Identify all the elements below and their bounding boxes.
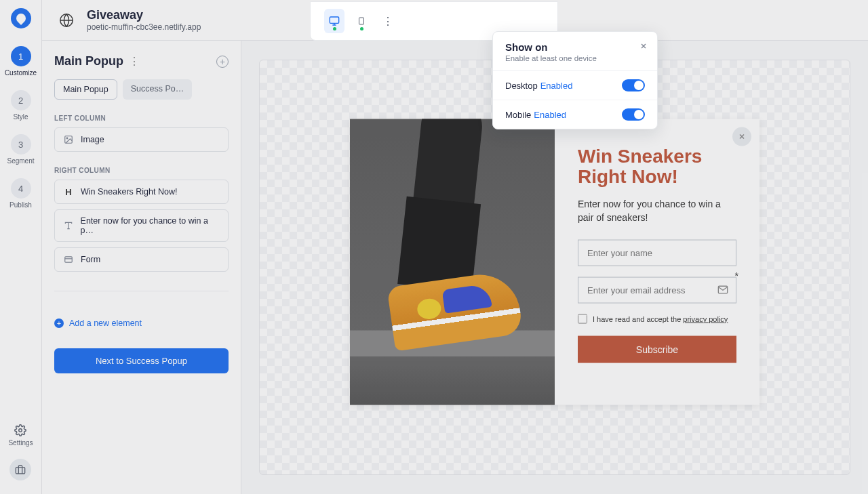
step-publish[interactable]: 4 Publish bbox=[9, 178, 32, 209]
mobile-icon bbox=[357, 15, 366, 27]
step-label: Segment bbox=[7, 157, 34, 165]
heading-icon: H bbox=[63, 186, 74, 197]
plus-icon: + bbox=[54, 318, 64, 328]
campaign-domain: poetic-muffin-cbc3ee.netlify.app bbox=[87, 22, 201, 32]
accept-text: I have read and accept the privacy polic… bbox=[593, 314, 728, 323]
settings-button[interactable]: Settings bbox=[8, 424, 33, 447]
next-button[interactable]: Next to Success Popup bbox=[54, 348, 229, 373]
desktop-icon bbox=[328, 16, 340, 26]
campaign-title: Giveaway bbox=[87, 8, 201, 22]
step-customize[interactable]: 1 Customize bbox=[5, 46, 37, 77]
add-variant-button[interactable]: + bbox=[216, 56, 229, 68]
right-column-label: RIGHT COLUMN bbox=[54, 167, 229, 174]
block-text[interactable]: Enter now for you chance to win a p… bbox=[54, 209, 229, 242]
close-icon bbox=[738, 132, 746, 140]
privacy-link[interactable]: privacy policy bbox=[683, 314, 728, 323]
desktop-device-button[interactable] bbox=[324, 9, 344, 33]
popover-subtitle: Enable at least one device bbox=[505, 54, 645, 62]
block-label: Enter now for you chance to win a p… bbox=[81, 216, 220, 235]
device-menu-button[interactable]: ⋮ bbox=[382, 15, 393, 28]
svg-point-4 bbox=[66, 138, 68, 139]
briefcase-icon bbox=[15, 464, 26, 475]
panel-title: Main Popup bbox=[54, 54, 123, 68]
popup-content-column: Win Sneakers Right Now! Enter now for yo… bbox=[555, 119, 760, 405]
panel-menu-icon[interactable]: ⋮ bbox=[129, 55, 138, 68]
email-input[interactable] bbox=[578, 276, 736, 303]
block-label: Form bbox=[81, 255, 100, 264]
svg-rect-7 bbox=[330, 17, 338, 23]
popover-title: Show on bbox=[505, 41, 645, 53]
step-style[interactable]: 2 Style bbox=[11, 90, 31, 121]
briefcase-button[interactable] bbox=[9, 459, 31, 480]
block-label: Win Sneakers Right Now! bbox=[81, 187, 177, 197]
popup-subtext: Enter now for you chance to win a pair o… bbox=[578, 197, 736, 225]
tab-success-popup[interactable]: Success Po… bbox=[123, 79, 193, 100]
step-number: 3 bbox=[11, 134, 31, 155]
add-element-button[interactable]: + Add a new element bbox=[54, 318, 229, 328]
enabled-dot-icon bbox=[360, 27, 363, 30]
svg-point-0 bbox=[19, 429, 22, 432]
step-label: Publish bbox=[9, 201, 32, 209]
popup-heading: Win Sneakers Right Now! bbox=[578, 146, 736, 188]
step-number: 4 bbox=[11, 178, 31, 199]
svg-rect-5 bbox=[65, 257, 73, 262]
enabled-dot-icon bbox=[333, 27, 336, 30]
block-label: Image bbox=[81, 135, 104, 144]
step-label: Style bbox=[13, 113, 28, 121]
tab-main-popup[interactable]: Main Popup bbox=[54, 79, 117, 100]
editor-panel: Main Popup ⋮ + Main Popup Success Po… LE… bbox=[42, 41, 241, 494]
step-segment[interactable]: 3 Segment bbox=[7, 134, 34, 165]
step-number: 2 bbox=[11, 90, 31, 110]
show-on-popover: Show on Enable at least one device Deskt… bbox=[492, 31, 658, 129]
row-state: Enabled bbox=[534, 110, 566, 120]
row-label: Mobile bbox=[505, 110, 531, 120]
mail-icon bbox=[717, 284, 728, 297]
left-rail: 1 Customize 2 Style 3 Segment 4 Publish … bbox=[0, 0, 42, 494]
row-label: Desktop bbox=[505, 81, 538, 91]
close-icon bbox=[639, 42, 648, 50]
image-icon bbox=[63, 134, 74, 145]
block-image[interactable]: Image bbox=[54, 127, 229, 152]
row-state: Enabled bbox=[540, 81, 573, 91]
name-input[interactable] bbox=[578, 239, 736, 266]
subscribe-button[interactable]: Subscribe bbox=[578, 335, 736, 363]
mobile-device-button[interactable] bbox=[351, 9, 372, 33]
desktop-switch[interactable] bbox=[622, 79, 645, 91]
mobile-switch[interactable] bbox=[622, 108, 645, 121]
popup-preview: Win Sneakers Right Now! Enter now for yo… bbox=[350, 119, 760, 405]
block-form[interactable]: Form bbox=[54, 247, 229, 272]
popover-close-button[interactable] bbox=[639, 41, 648, 52]
app-logo-icon[interactable] bbox=[11, 8, 31, 28]
settings-label: Settings bbox=[8, 439, 33, 447]
step-number: 1 bbox=[11, 46, 31, 66]
globe-icon bbox=[59, 13, 74, 28]
block-heading[interactable]: H Win Sneakers Right Now! bbox=[54, 180, 229, 204]
add-element-label: Add a new element bbox=[69, 318, 142, 328]
desktop-toggle-row: DesktopEnabled bbox=[493, 71, 657, 100]
mobile-toggle-row: MobileEnabled bbox=[493, 100, 657, 129]
text-icon bbox=[63, 220, 74, 231]
left-column-label: LEFT COLUMN bbox=[54, 115, 229, 122]
accept-checkbox[interactable] bbox=[578, 314, 587, 323]
svg-rect-1 bbox=[16, 468, 25, 474]
step-label: Customize bbox=[5, 69, 37, 77]
gear-icon bbox=[14, 424, 26, 436]
site-icon[interactable] bbox=[56, 9, 77, 31]
popup-image-column bbox=[350, 119, 555, 405]
form-icon bbox=[63, 254, 74, 265]
popup-close-button[interactable] bbox=[732, 127, 751, 146]
